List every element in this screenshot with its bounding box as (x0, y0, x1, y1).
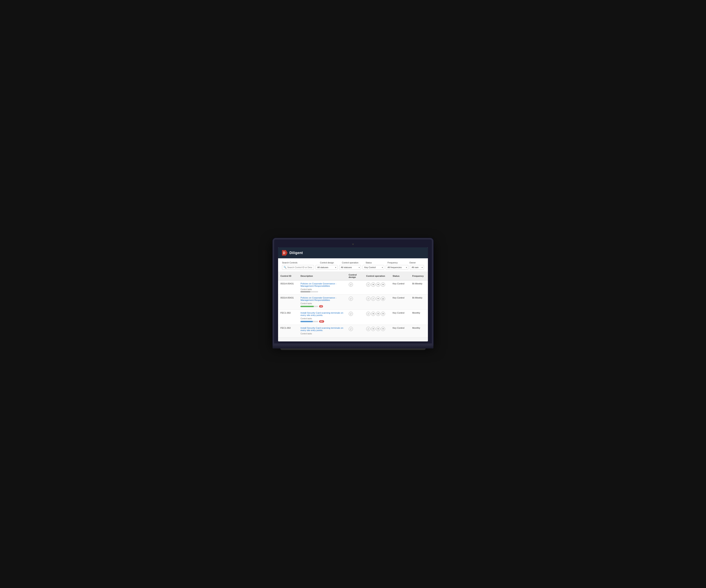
operation-check-icon[interactable]: ✓ (366, 312, 370, 316)
laptop-container: D Diligent Search Controls Control desig… (273, 238, 433, 350)
control-tasks-label: Control tasks (301, 318, 344, 320)
progress-bar-bg (301, 306, 318, 307)
description-link[interactable]: Policies on Corporate Governance - Manag… (301, 297, 344, 301)
search-input[interactable] (282, 265, 314, 270)
control-id-cell: 05314-05431 (278, 280, 298, 295)
operation-cell: ✓••••••••• (364, 280, 390, 295)
control-id-cell: FEC1-002 (278, 310, 298, 325)
col-header-control-id: Control ID (278, 272, 298, 280)
design-check-icon[interactable]: ✓ (349, 327, 353, 331)
control-id-value: 05314-05431 (280, 297, 294, 299)
operation-cell: ✓••••••••• (364, 325, 390, 338)
table-header-row: Control ID Description Control design Co… (278, 272, 428, 280)
table-row: FEC1-002Install Security Card scanning t… (278, 325, 428, 338)
operation-dots-icon[interactable]: ••• (376, 327, 380, 331)
operation-dots-icon[interactable]: ••• (371, 327, 375, 331)
operation-dots-icon[interactable]: ••• (371, 283, 375, 287)
design-check-icon[interactable]: ✓ (349, 283, 353, 287)
operation-icon-group: ✓••••••••• (366, 283, 388, 287)
operation-filter-select[interactable]: All statuses Effective Ineffective (339, 265, 361, 270)
screen-bezel: D Diligent Search Controls Control desig… (273, 238, 433, 345)
search-controls-label: Search Controls (282, 261, 318, 264)
operation-check-icon[interactable]: ✓ (366, 283, 370, 287)
frequency-cell: Monthly (410, 310, 428, 325)
operation-dots-icon[interactable]: ••• (376, 283, 380, 287)
operation-dots-icon[interactable]: ••• (376, 297, 380, 301)
description-cell: Policies on Corporate Governance - Manag… (298, 295, 346, 310)
control-tasks-label: Control tasks (301, 288, 344, 290)
owner-filter-select[interactable]: All own (410, 265, 424, 270)
progress-badge: 15 (319, 305, 323, 307)
table-row: 05314-05431Policies on Corporate Governa… (278, 280, 428, 295)
design-cell: ✓ (346, 295, 364, 310)
description-cell: Install Security Card scanning terminals… (298, 310, 346, 325)
svg-text:D: D (283, 251, 285, 255)
frequency-filter-label: Frequency (388, 261, 409, 264)
control-id-value: FEC1-002 (280, 327, 290, 329)
frequency-value: Monthly (412, 327, 420, 329)
diligent-logo: D (282, 250, 287, 256)
status-cell: Key Control (390, 280, 410, 295)
description-cell: Install Security Card scanning terminals… (298, 325, 346, 338)
design-filter-wrapper: All statuses Effective Ineffective (316, 265, 338, 270)
filter-bar: Search Controls Control design Control o… (278, 258, 428, 272)
design-cell: ✓ (346, 325, 364, 338)
control-id-cell: 05314-05431 (278, 295, 298, 310)
control-id-value: FEC1-002 (280, 312, 290, 314)
progress-bar-fill (301, 321, 313, 322)
progress-bar-wrapper (301, 291, 344, 292)
operation-filter-label: Control operation (342, 261, 365, 264)
progress-bar-fill (301, 306, 314, 307)
operation-filter-wrapper: All statuses Effective Ineffective (339, 265, 361, 270)
search-wrapper: 🔍 (282, 265, 314, 270)
operation-dots-icon[interactable]: ••• (371, 312, 375, 316)
design-check-icon[interactable]: ✓ (349, 312, 353, 316)
control-id-value: 05314-05431 (280, 283, 294, 285)
description-link[interactable]: Install Security Card scanning terminals… (301, 327, 344, 331)
frequency-filter-select[interactable]: All frequencies Daily Weekly Bi-Weekly M… (386, 265, 408, 270)
description-link[interactable]: Install Security Card scanning terminals… (301, 312, 344, 317)
frequency-value: Bi-Weekly (412, 297, 422, 299)
control-id-cell: FEC1-002 (278, 325, 298, 338)
operation-check-icon[interactable]: ✓ (371, 297, 375, 301)
operation-check-icon[interactable]: ✓ (366, 327, 370, 331)
status-cell: Key Control (390, 325, 410, 338)
frequency-cell: Monthly (410, 325, 428, 338)
design-cell: ✓ (346, 310, 364, 325)
progress-bar-wrapper: 15 (301, 305, 344, 307)
operation-icon-group: ✓••••••••• (366, 327, 388, 331)
filter-controls: 🔍 All statuses Effective Ineffective (282, 265, 424, 270)
control-tasks-label: Control tasks (301, 333, 344, 335)
status-value: Key Control (393, 327, 404, 329)
status-value: Key Control (393, 283, 404, 285)
design-check-icon[interactable]: ✓ (349, 297, 353, 301)
table-row: 05314-05431Policies on Corporate Governa… (278, 295, 428, 310)
app-header: D Diligent (278, 247, 428, 258)
operation-dots-icon[interactable]: ••• (376, 312, 380, 316)
description-cell: Policies on Corporate Governance - Manag… (298, 280, 346, 295)
laptop-base (273, 345, 433, 348)
col-header-design: Control design (346, 272, 364, 280)
design-filter-label: Control design (320, 261, 342, 264)
operation-slash-icon[interactable]: ⊘ (381, 297, 385, 301)
filter-labels: Search Controls Control design Control o… (282, 261, 424, 264)
col-header-frequency: Frequency (410, 272, 428, 280)
operation-dots-icon[interactable]: ••• (381, 283, 385, 287)
description-link[interactable]: Policies on Corporate Governance - Manag… (301, 283, 344, 287)
col-header-operation: Control operation (364, 272, 390, 280)
operation-check-icon[interactable]: ✓ (366, 297, 370, 301)
progress-bar-wrapper: 99+ (301, 320, 344, 323)
design-filter-select[interactable]: All statuses Effective Ineffective (316, 265, 338, 270)
camera (352, 243, 354, 245)
frequency-value: Bi-Weekly (412, 283, 422, 285)
operation-dots-icon[interactable]: ••• (381, 327, 385, 331)
progress-bar-bg (301, 291, 318, 292)
frequency-value: Monthly (412, 312, 420, 314)
operation-dots-icon[interactable]: ••• (381, 312, 385, 316)
operation-cell: ✓••••••••• (364, 310, 390, 325)
status-value: Key Control (393, 297, 404, 299)
status-filter-wrapper: Key Control Non-Key Control (363, 265, 384, 270)
status-filter-select[interactable]: Key Control Non-Key Control (363, 265, 384, 270)
owner-filter-label: Owner (409, 261, 424, 264)
screen: D Diligent Search Controls Control desig… (278, 247, 428, 341)
